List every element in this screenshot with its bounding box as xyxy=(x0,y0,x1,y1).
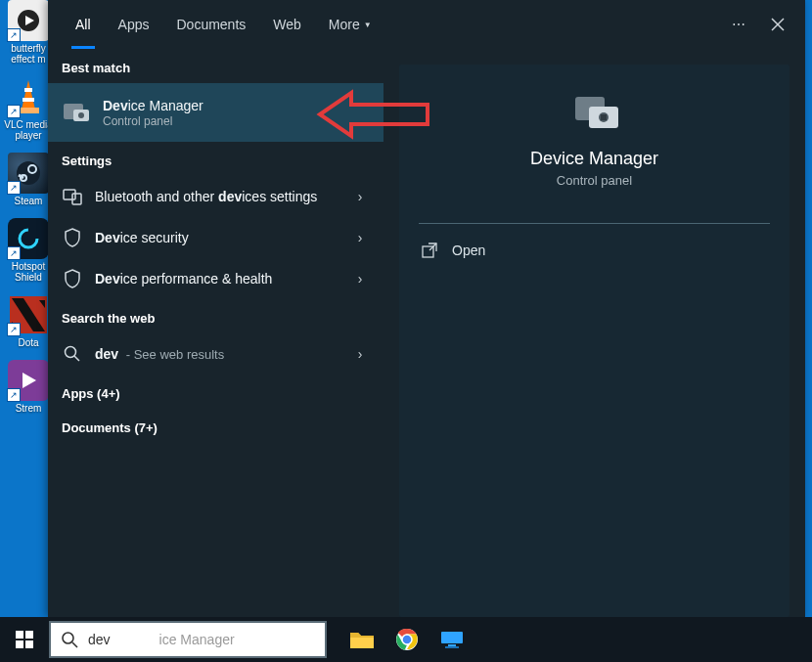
result-title: Device security xyxy=(95,230,338,245)
tab-documents[interactable]: Documents xyxy=(162,0,259,49)
result-title: Device performance & health xyxy=(95,271,338,287)
svg-point-23 xyxy=(66,347,76,358)
open-icon xyxy=(421,242,438,259)
shortcut-badge: ↗ xyxy=(7,388,21,402)
result-title: Bluetooth and other devices settings xyxy=(95,189,338,204)
svg-point-20 xyxy=(78,112,84,118)
desktop-icon-label: VLC media player xyxy=(4,119,53,141)
svg-point-32 xyxy=(63,633,73,643)
device-manager-icon xyxy=(62,100,91,125)
svg-rect-21 xyxy=(64,190,75,199)
more-options-button[interactable]: ⋯ xyxy=(719,5,758,44)
svg-rect-37 xyxy=(441,632,463,643)
desktop-icons-column: ↗ butterfly effect m ↗ VLC media player … xyxy=(4,0,49,425)
desktop-icon[interactable]: ↗ butterfly effect m xyxy=(4,0,53,65)
result-subtitle: Control panel xyxy=(103,114,370,128)
preview-action-label: Open xyxy=(452,243,485,258)
shortcut-badge: ↗ xyxy=(7,181,21,195)
play-icon xyxy=(19,371,38,390)
taskbar: device Manager xyxy=(0,617,812,662)
result-device-manager[interactable]: Device Manager Control panel xyxy=(48,83,383,142)
result-title: dev - See web results xyxy=(95,346,338,362)
shortcut-badge: ↗ xyxy=(7,28,21,42)
chevron-right-icon: › xyxy=(350,189,370,204)
shortcut-badge: ↗ xyxy=(7,323,21,336)
taskbar-app-file-explorer[interactable] xyxy=(348,626,376,653)
section-documents[interactable]: Documents (7+) xyxy=(48,409,383,443)
shortcut-badge: ↗ xyxy=(7,105,21,118)
folder-icon xyxy=(349,629,375,650)
monitor-icon xyxy=(439,630,465,649)
search-results-column: Best match Device Manager Control panel … xyxy=(48,49,383,617)
search-icon xyxy=(61,631,78,648)
desktop-icon-label: Hotspot Shield xyxy=(4,261,53,283)
svg-marker-15 xyxy=(23,373,36,388)
svg-rect-4 xyxy=(24,88,32,92)
svg-point-10 xyxy=(20,230,37,247)
search-input[interactable] xyxy=(86,631,315,648)
svg-marker-2 xyxy=(22,80,35,110)
result-title: Device Manager xyxy=(103,98,370,113)
result-bluetooth-settings[interactable]: Bluetooth and other devices settings › xyxy=(48,176,383,217)
desktop-icon[interactable]: ↗ Dota xyxy=(4,294,53,348)
preview-title: Device Manager xyxy=(530,149,658,169)
close-icon xyxy=(771,18,785,31)
search-icon xyxy=(64,345,81,363)
preview-card: Device Manager Control panel Open xyxy=(399,65,789,617)
desktop-icon[interactable]: ↗ Strem xyxy=(4,360,53,414)
start-search-flyout: All Apps Documents Web More▼ ⋯ Best matc… xyxy=(48,0,805,617)
close-button[interactable] xyxy=(758,5,797,44)
section-best-match: Best match xyxy=(48,49,383,83)
tab-web[interactable]: Web xyxy=(259,0,315,49)
chevron-right-icon: › xyxy=(350,230,370,245)
search-preview-column: Device Manager Control panel Open xyxy=(383,49,805,617)
svg-line-24 xyxy=(74,356,79,361)
desktop-icon-label: Strem xyxy=(4,403,53,414)
result-web-search[interactable]: dev - See web results › xyxy=(48,333,383,375)
taskbar-search-box[interactable]: device Manager xyxy=(49,621,327,658)
shield-icon xyxy=(64,228,81,247)
desktop-icon-label: Steam xyxy=(4,196,53,206)
chevron-down-icon: ▼ xyxy=(364,21,372,29)
section-apps[interactable]: Apps (4+) xyxy=(48,375,383,409)
desktop-icon-label: Dota xyxy=(4,337,53,348)
section-search-web: Search the web xyxy=(48,299,383,333)
search-tabbar: All Apps Documents Web More▼ ⋯ xyxy=(48,0,805,49)
svg-line-33 xyxy=(72,642,77,647)
svg-rect-38 xyxy=(448,644,456,646)
svg-rect-28 xyxy=(601,114,607,120)
svg-rect-5 xyxy=(23,98,34,102)
chevron-right-icon: › xyxy=(350,346,370,362)
windows-logo-icon xyxy=(16,631,33,648)
result-device-security[interactable]: Device security › xyxy=(48,217,383,258)
section-settings: Settings xyxy=(48,142,383,176)
taskbar-pinned-apps xyxy=(348,626,466,653)
tab-more-label: More xyxy=(329,17,360,32)
tab-more[interactable]: More▼ xyxy=(315,0,385,49)
preview-action-open[interactable]: Open xyxy=(399,228,789,273)
desktop-icon-label: butterfly effect m xyxy=(4,43,53,65)
shortcut-badge: ↗ xyxy=(7,246,21,260)
tab-all[interactable]: All xyxy=(62,0,105,49)
svg-rect-39 xyxy=(445,646,459,648)
divider xyxy=(419,223,770,224)
result-device-performance[interactable]: Device performance & health › xyxy=(48,258,383,299)
taskbar-app-chrome[interactable] xyxy=(393,626,421,653)
svg-rect-3 xyxy=(18,108,39,113)
desktop-icon[interactable]: ↗ VLC media player xyxy=(4,76,53,141)
tab-apps[interactable]: Apps xyxy=(105,0,163,49)
device-manager-icon xyxy=(571,92,618,133)
devices-icon xyxy=(63,188,82,205)
chrome-icon xyxy=(395,628,419,651)
chevron-right-icon: › xyxy=(350,271,370,287)
start-button[interactable] xyxy=(0,617,49,662)
desktop-icon[interactable]: ↗ Steam xyxy=(4,153,53,206)
preview-subtitle: Control panel xyxy=(557,173,632,188)
taskbar-app-generic[interactable] xyxy=(438,626,466,653)
shield-icon xyxy=(64,269,81,288)
desktop-icon[interactable]: ↗ Hotspot Shield xyxy=(4,218,53,283)
